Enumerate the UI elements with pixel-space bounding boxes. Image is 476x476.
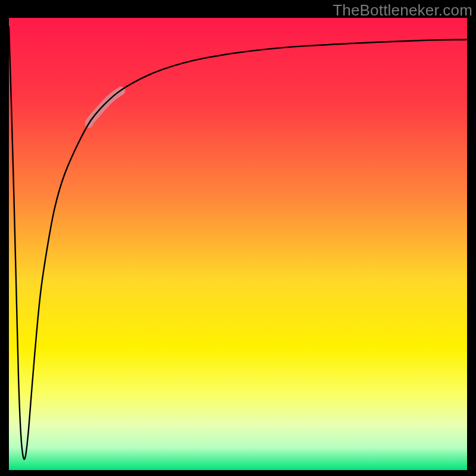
watermark-label: TheBottleneker.com bbox=[333, 1, 472, 20]
plot-area bbox=[9, 18, 467, 470]
chart-background-gradient bbox=[9, 18, 467, 470]
chart-container: TheBottleneker.com bbox=[0, 0, 476, 476]
bottleneck-curve-chart bbox=[9, 18, 467, 470]
